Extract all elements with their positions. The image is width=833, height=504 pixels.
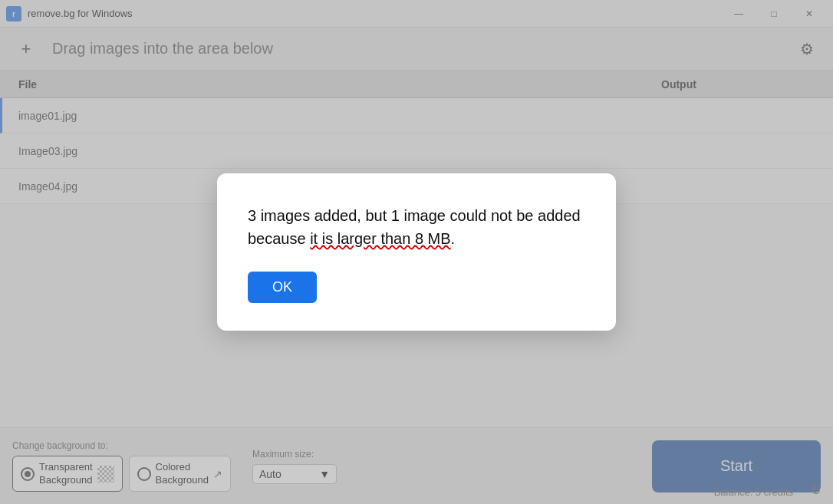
modal-message-part2: .	[451, 230, 456, 247]
modal-overlay: 3 images added, but 1 image could not be…	[0, 0, 833, 504]
modal-message: 3 images added, but 1 image could not be…	[248, 204, 585, 250]
modal-message-underline: it is larger than 8 MB	[310, 230, 450, 247]
modal-dialog: 3 images added, but 1 image could not be…	[217, 173, 616, 331]
ok-button[interactable]: OK	[248, 272, 317, 303]
